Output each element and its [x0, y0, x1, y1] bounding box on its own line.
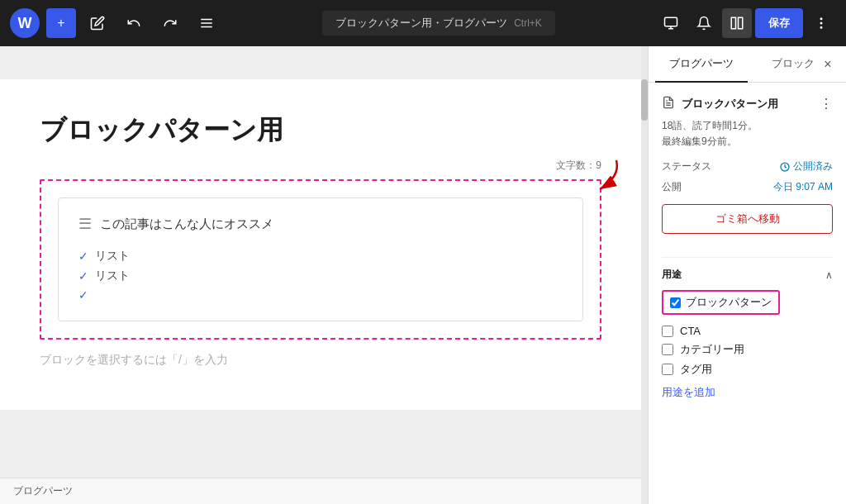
- publish-row: 公開 今日 9:07 AM: [662, 180, 833, 194]
- list-item[interactable]: ✓ リスト: [78, 266, 563, 286]
- tab-blog-parts[interactable]: ブログパーツ: [655, 46, 748, 83]
- panel-body: ブロックパターン用 ⋮ 18語、読了時間1分。 最終編集9分前。 ステータス 公…: [649, 83, 846, 504]
- page-title[interactable]: ブロックパターン用: [40, 112, 601, 149]
- scrollbar[interactable]: [641, 46, 648, 504]
- notification-button[interactable]: [689, 8, 719, 38]
- layout-button[interactable]: [722, 8, 752, 38]
- toolbar-title: ブロックパターン用・ブログパーツ: [335, 16, 507, 31]
- wp-logo[interactable]: W: [10, 8, 40, 38]
- publish-label: 公開: [662, 180, 682, 194]
- word-count-text: 18語、読了時間1分。: [662, 118, 833, 134]
- title-pill[interactable]: ブロックパターン用・ブログパーツ Ctrl+K: [322, 11, 555, 36]
- panel-meta-text: 18語、読了時間1分。 最終編集9分前。: [662, 118, 833, 150]
- list-item-text: リスト: [95, 249, 130, 264]
- main-layout: ブロックパターン用 文字数：9: [0, 46, 846, 504]
- checkbox-row-tag: タグ用: [662, 362, 833, 377]
- check-icon: ✓: [78, 269, 88, 283]
- add-block-button[interactable]: +: [46, 8, 76, 38]
- checkbox-label-block-pattern: ブロックパターン: [686, 295, 772, 310]
- checkbox-label-cta: CTA: [680, 325, 701, 337]
- checkbox-label-category: カテゴリー用: [680, 342, 744, 357]
- checkbox-row-category: カテゴリー用: [662, 342, 833, 357]
- editor-area: ブロックパターン用 文字数：9: [0, 46, 641, 504]
- trash-button[interactable]: ゴミ箱へ移動: [662, 204, 833, 234]
- trash-section: ゴミ箱へ移動: [662, 204, 833, 247]
- svg-point-9: [820, 22, 822, 24]
- chevron-up-icon[interactable]: ∧: [825, 269, 833, 281]
- right-panel: ブログパーツ ブロック × ブロックパターン用 ⋮ 18語、読了時間1分。 最終…: [648, 46, 846, 504]
- last-edit-text: 最終編集9分前。: [662, 134, 833, 150]
- checkbox-cta[interactable]: [662, 326, 673, 337]
- status-label: ステータス: [662, 159, 711, 174]
- usage-section-label: 用途: [662, 268, 682, 282]
- undo-button[interactable]: [119, 8, 149, 38]
- toolbar-right: 保存: [656, 8, 836, 38]
- panel-section-title: ブロックパターン用: [682, 97, 813, 112]
- status-value[interactable]: 公開済み: [780, 159, 833, 174]
- block-header: ☰ この記事はこんな人にオススメ: [78, 215, 563, 233]
- checkbox-row-block-pattern: ブロックパターン: [662, 290, 833, 320]
- bottom-bar-text: ブログパーツ: [13, 484, 73, 498]
- status-row: ステータス 公開済み: [662, 159, 833, 174]
- list-item[interactable]: ✓: [78, 286, 563, 304]
- keyboard-shortcut: Ctrl+K: [514, 17, 542, 29]
- list-item[interactable]: ✓ リスト: [78, 246, 563, 266]
- check-icon: ✓: [78, 250, 88, 263]
- checkbox-row-cta: CTA: [662, 325, 833, 337]
- panel-tabs: ブログパーツ ブロック ×: [649, 46, 846, 83]
- checkbox-label-tag: タグ用: [680, 362, 712, 377]
- bottom-bar: ブログパーツ: [0, 478, 641, 504]
- svg-point-10: [820, 27, 822, 29]
- document-icon: [662, 96, 675, 112]
- redo-button[interactable]: [155, 8, 185, 38]
- save-button[interactable]: 保存: [755, 8, 803, 38]
- checkboxes-list: ブロックパターン CTA カテゴリー用 タグ用: [662, 290, 833, 377]
- menu-button[interactable]: [192, 8, 221, 38]
- panel-section-header: ブロックパターン用 ⋮: [662, 96, 833, 112]
- checkbox-block-pattern[interactable]: [670, 297, 681, 308]
- editor-content: ブロックパターン用 文字数：9: [0, 79, 641, 410]
- panel-close-button[interactable]: ×: [816, 53, 839, 76]
- panel-divider: [662, 257, 833, 258]
- scrollbar-thumb[interactable]: [641, 79, 648, 121]
- publish-value[interactable]: 今日 9:07 AM: [773, 180, 833, 194]
- checkbox-category[interactable]: [662, 344, 673, 355]
- editor-scroll-area[interactable]: ブロックパターン用 文字数：9: [0, 46, 641, 478]
- svg-point-8: [820, 18, 822, 20]
- highlighted-checkbox[interactable]: ブロックパターン: [662, 290, 780, 315]
- toolbar: W + ブロックパターン用・ブログパーツ Ctrl+K 保存: [0, 0, 846, 46]
- edit-button[interactable]: [83, 8, 112, 38]
- editor-hint: ブロックを選択するには「/」を入力: [40, 353, 601, 368]
- selected-block[interactable]: ☰ この記事はこんな人にオススメ ✓ リスト ✓ リスト: [40, 179, 601, 340]
- checkbox-tag[interactable]: [662, 364, 673, 375]
- monitor-button[interactable]: [656, 8, 686, 38]
- svg-rect-7: [739, 17, 743, 29]
- block-list: ✓ リスト ✓ リスト ✓: [78, 246, 563, 304]
- svg-rect-6: [731, 17, 735, 29]
- block-inner[interactable]: ☰ この記事はこんな人にオススメ ✓ リスト ✓ リスト: [58, 197, 583, 321]
- panel-section-menu-button[interactable]: ⋮: [820, 96, 833, 112]
- more-options-button[interactable]: [806, 8, 836, 38]
- add-usage-link[interactable]: 用途を追加: [662, 385, 715, 400]
- svg-rect-3: [665, 17, 677, 26]
- char-count: 文字数：9: [40, 159, 601, 173]
- block-heading[interactable]: この記事はこんな人にオススメ: [100, 216, 273, 232]
- list-item-text: リスト: [95, 269, 130, 283]
- check-icon: ✓: [78, 288, 88, 302]
- block-icon: ☰: [78, 215, 92, 233]
- title-area: ブロックパターン用・ブログパーツ Ctrl+K: [228, 11, 649, 36]
- usage-section-header: 用途 ∧: [662, 268, 833, 282]
